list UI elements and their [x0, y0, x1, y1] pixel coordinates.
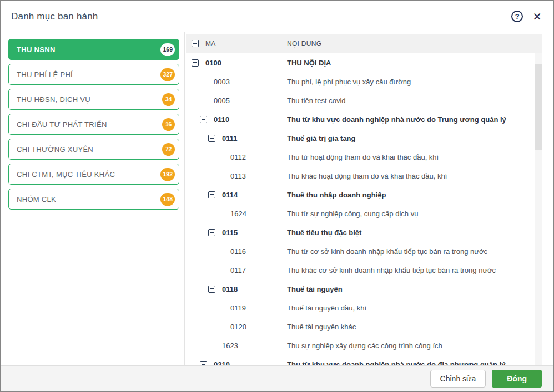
sidebar-item[interactable]: CHI ĐẦU TƯ PHÁT TRIỂN 16	[8, 114, 179, 135]
row-content: Thu từ cơ sở kinh doanh nhập khẩu tiếp t…	[287, 247, 542, 256]
table-row[interactable]: 0210 Thu từ khu vực doanh nghiệp nhà nướ…	[186, 355, 542, 365]
table-row[interactable]: 0112 Thu từ hoạt động thăm dò và khai th…	[186, 147, 542, 166]
row-content: Thuế tài nguyên dầu, khí	[287, 304, 542, 312]
table-row[interactable]: 0114 Thuế thu nhập doanh nghiệp	[186, 185, 542, 204]
row-code: 0119	[230, 304, 246, 312]
table-row[interactable]: 0005 Thu tiền test covid	[186, 91, 542, 110]
sidebar: THU NSNN 169 THU PHÍ LỆ PHÍ 327 THU HĐSN…	[1, 32, 185, 365]
sidebar-item[interactable]: CHI THƯỜNG XUYÊN 72	[8, 139, 179, 160]
collapse-icon[interactable]	[208, 229, 215, 236]
scrollbar[interactable]	[535, 53, 542, 365]
count-badge: 16	[162, 118, 175, 131]
code-cell: 0100	[186, 59, 287, 67]
close-icon[interactable]: ✕	[532, 11, 542, 22]
header-cell-code: MÃ	[186, 40, 287, 48]
scrollbar-thumb[interactable]	[535, 64, 542, 150]
code-cell: 0114	[186, 191, 287, 199]
row-code: 0118	[222, 285, 238, 293]
table-row[interactable]: 0119 Thuế tài nguyên dầu, khí	[186, 298, 542, 317]
collapse-icon[interactable]	[200, 361, 207, 366]
sidebar-item[interactable]: THU PHÍ LỆ PHÍ 327	[8, 64, 179, 85]
row-content: Thu từ khu vực doanh nghiệp nhà nước do …	[287, 115, 542, 124]
row-code: 0100	[205, 59, 221, 67]
table-row[interactable]: 0120 Thuế tài nguyên khác	[186, 317, 542, 336]
sidebar-item-label: THU HĐSN, DỊCH VỤ	[17, 95, 90, 104]
row-content: Thu từ hoạt động thăm dò và khai thác dầ…	[287, 153, 542, 161]
row-code: 1623	[222, 342, 238, 350]
row-code: 0110	[214, 115, 229, 124]
row-content: Thu phí, lệ phí phục vụ xây cầu đường	[287, 78, 542, 86]
code-cell: 1624	[186, 210, 287, 218]
table-row[interactable]: 0111 Thuế giá trị gia tăng	[186, 129, 542, 147]
table-panel: MÃ NỘI DUNG 0100 THU NỘI ĐỊA 0003 Thu ph…	[185, 32, 553, 365]
table-row[interactable]: 0116 Thu từ cơ sở kinh doanh nhập khẩu t…	[186, 242, 542, 261]
code-cell: 0003	[186, 78, 287, 86]
row-content: Thu khác cơ sở kinh doanh nhập khẩu tiếp…	[287, 266, 542, 274]
table-row[interactable]: 1623 Thu sự nghiệp xây dựng các công trì…	[186, 336, 542, 355]
count-badge: 327	[160, 68, 175, 81]
table-row[interactable]: 0003 Thu phí, lệ phí phục vụ xây cầu đườ…	[186, 72, 542, 91]
code-cell: 0116	[186, 247, 287, 256]
table-row[interactable]: 0117 Thu khác cơ sở kinh doanh nhập khẩu…	[186, 261, 542, 279]
collapse-icon[interactable]	[208, 191, 215, 198]
collapse-icon[interactable]	[192, 59, 199, 67]
table-row[interactable]: 0118 Thuế tài nguyên	[186, 279, 542, 298]
count-badge: 72	[162, 143, 175, 156]
code-cell: 1623	[186, 342, 287, 350]
dialog-titlebar: Danh mục ban hành ? ✕	[1, 1, 553, 32]
code-cell: 0111	[186, 134, 287, 142]
collapse-icon[interactable]	[200, 116, 207, 123]
collapse-icon[interactable]	[208, 286, 215, 293]
sidebar-item-label: THU PHÍ LỆ PHÍ	[17, 70, 73, 79]
code-cell: 0113	[186, 172, 287, 180]
row-code: 1624	[230, 210, 246, 218]
code-cell: 0112	[186, 153, 287, 161]
table-header-row: MÃ NỘI DUNG	[186, 34, 542, 53]
code-cell: 0005	[186, 96, 287, 105]
help-icon[interactable]: ?	[511, 11, 523, 22]
column-header-ma: MÃ	[205, 40, 216, 48]
count-badge: 148	[160, 193, 175, 206]
sidebar-item[interactable]: THU NSNN 169	[8, 39, 179, 60]
row-code: 0113	[230, 172, 246, 180]
row-code: 0117	[230, 266, 246, 274]
row-content: Thuế giá trị gia tăng	[287, 134, 542, 142]
row-content: Thuế tài nguyên khác	[287, 323, 542, 331]
sidebar-item[interactable]: NHÓM CLK 148	[8, 189, 179, 210]
row-content: Thuế thu nhập doanh nghiệp	[287, 191, 542, 199]
table-row[interactable]: 0113 Thu khác hoạt động thăm dò và khai …	[186, 166, 542, 185]
row-code: 0114	[222, 191, 238, 199]
row-content: Thu khác hoạt động thăm dò và khai thác …	[287, 172, 542, 180]
sidebar-item[interactable]: CHI CTMT, MỤC TIÊU KHÁC 192	[8, 164, 179, 185]
dialog-body: THU NSNN 169 THU PHÍ LỆ PHÍ 327 THU HĐSN…	[1, 32, 553, 365]
row-content: Thuế tiêu thụ đặc biệt	[287, 228, 542, 237]
close-button[interactable]: Đóng	[492, 370, 542, 388]
sidebar-item[interactable]: THU HĐSN, DỊCH VỤ 34	[8, 89, 179, 110]
dialog-footer: Chỉnh sửa Đóng	[1, 365, 553, 391]
table-rows: 0100 THU NỘI ĐỊA 0003 Thu phí, lệ phí ph…	[186, 53, 542, 365]
edit-button[interactable]: Chỉnh sửa	[430, 370, 486, 388]
code-cell: 0118	[186, 285, 287, 293]
column-header-noidung: NỘI DUNG	[287, 40, 542, 48]
code-cell: 0210	[186, 360, 287, 366]
sidebar-item-label: CHI THƯỜNG XUYÊN	[17, 145, 93, 154]
collapse-all-icon[interactable]	[192, 40, 199, 47]
dialog-title: Danh mục ban hành	[11, 11, 98, 22]
sidebar-item-label: THU NSNN	[17, 45, 56, 54]
collapse-icon[interactable]	[208, 135, 215, 142]
table-row[interactable]: 0100 THU NỘI ĐỊA	[186, 53, 542, 72]
row-code: 0112	[230, 153, 246, 161]
row-content: Thu sự nghiệp xây dựng các công trình cô…	[287, 342, 542, 350]
code-cell: 0120	[186, 323, 287, 331]
row-content: Thu từ sự nghiệp công, cung cấp dịch vụ	[287, 210, 542, 218]
table-row[interactable]: 1624 Thu từ sự nghiệp công, cung cấp dịc…	[186, 204, 542, 223]
table-row[interactable]: 0110 Thu từ khu vực doanh nghiệp nhà nướ…	[186, 110, 542, 129]
table-row[interactable]: 0115 Thuế tiêu thụ đặc biệt	[186, 223, 542, 242]
row-code: 0210	[214, 360, 230, 366]
sidebar-item-label: NHÓM CLK	[17, 195, 56, 203]
row-code: 0003	[214, 78, 230, 86]
row-code: 0116	[230, 247, 246, 256]
row-code: 0111	[222, 134, 238, 142]
titlebar-icons: ? ✕	[511, 11, 542, 22]
count-badge: 192	[160, 168, 175, 181]
